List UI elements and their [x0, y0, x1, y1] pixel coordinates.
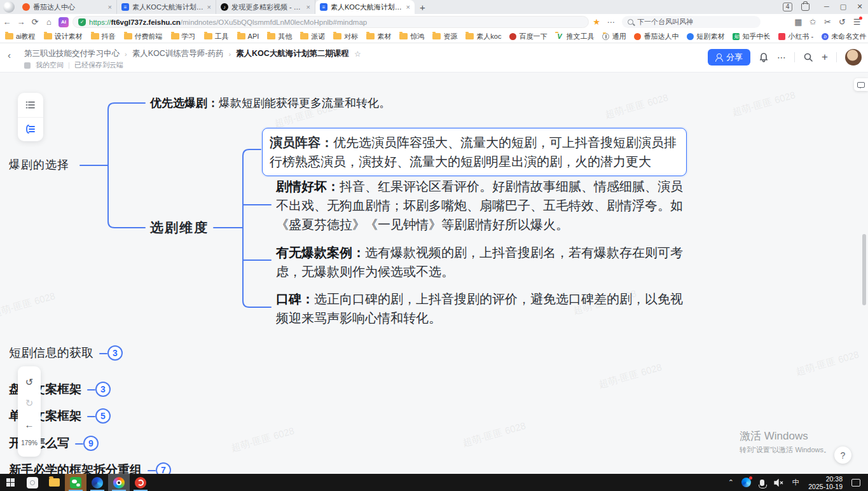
- mindmap-node-selected[interactable]: 演员阵容：优先选演员阵容强大、流量大的短剧，可上抖音搜短剧演员排行榜熟悉演员，演…: [262, 128, 687, 176]
- address-more-icon[interactable]: ⋯: [604, 18, 618, 27]
- bell-icon[interactable]: [759, 52, 769, 62]
- collapsed-count-badge[interactable]: 9: [83, 436, 99, 451]
- tray-expand-icon[interactable]: ⌃: [723, 478, 738, 487]
- close-button[interactable]: ✕: [851, 0, 868, 14]
- bookmark-item[interactable]: 素人koc: [465, 32, 501, 41]
- browser-app-button[interactable]: [108, 474, 130, 491]
- tab-close-icon[interactable]: ×: [108, 3, 112, 11]
- bookmark-item[interactable]: 其他: [267, 32, 292, 41]
- tab-douyin[interactable]: ♪ 发现更多精彩视频 - 抖音搜索 ×: [216, 0, 315, 14]
- taskbar-search-app[interactable]: [22, 474, 43, 491]
- tab-close-icon[interactable]: ×: [406, 3, 410, 11]
- mindmap-node[interactable]: 剧情好坏：抖音、红果评论区看评价。好剧情故事细腻、情感细腻、演员不出戏、无狗血剧…: [276, 177, 685, 234]
- mindmap-node-branch2[interactable]: 选剧维度: [150, 219, 209, 237]
- ai-assistant-icon[interactable]: AI: [59, 17, 69, 27]
- mindmap-collapsed-node[interactable]: 短剧信息的获取 3: [9, 345, 123, 361]
- bookmark-item[interactable]: ai教程: [5, 32, 36, 41]
- bookmark-item[interactable]: 知知乎中长: [733, 32, 770, 41]
- app-market-icon[interactable]: [801, 3, 809, 11]
- notification-center-icon[interactable]: [851, 479, 860, 487]
- bookmark-item[interactable]: API: [237, 32, 259, 40]
- bookmark-item[interactable]: 设计素材: [44, 32, 83, 41]
- help-button[interactable]: ?: [834, 446, 851, 464]
- bookmark-item[interactable]: 素材: [366, 32, 391, 41]
- bookmark-item[interactable]: b未命名文件: [822, 32, 866, 41]
- forward-icon[interactable]: →: [14, 17, 28, 27]
- vertical-scrollbar[interactable]: [862, 234, 866, 305]
- home-icon[interactable]: ⌂: [42, 17, 56, 27]
- history-undo-icon[interactable]: ↺: [835, 17, 850, 27]
- back-to-center-icon[interactable]: ←: [25, 419, 34, 430]
- browser-logo-icon[interactable]: [3, 1, 15, 13]
- favorites-edit-icon[interactable]: ✩: [806, 17, 820, 27]
- comment-button[interactable]: [854, 78, 868, 91]
- tray-browser-icon[interactable]: [741, 478, 751, 487]
- bookmark-item[interactable]: 通用: [602, 32, 626, 41]
- collapsed-count-badge[interactable]: 7: [156, 462, 171, 474]
- address-bar[interactable]: ✓ https://ft6vgl737z.feishu.cn/mindnotes…: [72, 16, 589, 28]
- outline-view-button[interactable]: [18, 93, 43, 117]
- apps-grid-icon[interactable]: ▦: [791, 17, 806, 27]
- tab-count-badge[interactable]: 4: [783, 3, 792, 11]
- clock[interactable]: 20:38 2025-10-19: [808, 475, 843, 490]
- file-explorer-button[interactable]: [43, 474, 65, 491]
- tab-close-icon[interactable]: ×: [307, 3, 310, 11]
- search-box[interactable]: 下一个台风叫风神: [622, 16, 761, 28]
- bookmark-item[interactable]: 惊鸿: [399, 32, 424, 41]
- favorite-star-icon[interactable]: ☆: [354, 50, 361, 59]
- tab-feishu-1[interactable]: ≡ 素人KOC大航海计划第二期课 ×: [117, 0, 216, 14]
- header-search-icon[interactable]: [803, 52, 813, 62]
- bookmark-item[interactable]: 工具: [204, 32, 229, 41]
- user-avatar[interactable]: [845, 49, 862, 66]
- collapsed-count-badge[interactable]: 3: [95, 382, 111, 397]
- bookmark-item[interactable]: 短剧素材: [687, 32, 724, 41]
- bookmark-item[interactable]: 学习: [171, 32, 196, 41]
- bookmark-item[interactable]: 付费前端: [124, 32, 163, 41]
- redo-icon[interactable]: ↻: [25, 398, 34, 409]
- bookmark-item[interactable]: 小红书 -: [778, 32, 813, 41]
- share-button[interactable]: 分享: [708, 49, 750, 66]
- back-icon[interactable]: ←: [0, 17, 14, 27]
- collapsed-count-badge[interactable]: 3: [107, 345, 123, 361]
- bookmark-item[interactable]: 派诺: [300, 32, 325, 41]
- minimize-button[interactable]: ─: [818, 0, 835, 14]
- tab-feishu-active[interactable]: ≡ 素人KOC大航海计划第二期课 ×: [315, 0, 415, 14]
- zoom-level[interactable]: 179%: [21, 439, 38, 446]
- bookmark-item[interactable]: V推文工具: [555, 32, 594, 41]
- mindmap-collapsed-node[interactable]: 新手必学的框架拆分重组 7: [9, 462, 171, 474]
- maximize-button[interactable]: ▢: [835, 0, 851, 14]
- breadcrumb-item[interactable]: 第三职业技能交付学习中心: [24, 48, 120, 59]
- wechat-button[interactable]: [65, 474, 86, 491]
- bookmark-star-icon[interactable]: ★: [589, 17, 604, 27]
- header-more-icon[interactable]: ⋯: [777, 52, 786, 62]
- bookmark-item[interactable]: 番茄达人中: [634, 32, 679, 41]
- new-tab-button[interactable]: +: [420, 2, 425, 13]
- bookmark-item[interactable]: 抖音: [91, 32, 116, 41]
- reload-icon[interactable]: ⟳: [28, 17, 42, 27]
- bookmark-item[interactable]: 资源: [432, 32, 457, 41]
- menu-icon[interactable]: ☰: [850, 17, 864, 27]
- start-button[interactable]: [0, 474, 22, 491]
- mindmap-canvas[interactable]: 超萌-匪匪 6028 超萌-匪匪 6028 超萌-匪匪 6028 超萌-匪匪 6…: [0, 73, 868, 474]
- bookmark-item[interactable]: 对标: [333, 32, 358, 41]
- breadcrumb-item[interactable]: 素人KOC训练营导师-药药: [132, 48, 224, 59]
- mindmap-node-branch1[interactable]: 优先选爆剧：爆款短剧能获得更多流量和转化。: [150, 95, 390, 111]
- microphone-icon[interactable]: [760, 480, 764, 486]
- mindmap-node[interactable]: 口碑：选正向口碑的剧，上抖音搜剧的评价，避免选口碑差的剧，以免视频迎来骂声影响心…: [276, 289, 685, 328]
- tab-fanqie[interactable]: 番茄达人中心 ×: [18, 0, 117, 14]
- screenshot-scissors-icon[interactable]: ✂: [820, 17, 835, 27]
- tab-close-icon[interactable]: ×: [207, 3, 211, 11]
- bookmark-item[interactable]: 百度一下: [509, 32, 547, 41]
- undo-icon[interactable]: ↺: [25, 377, 34, 388]
- mindmap-root-node[interactable]: 爆剧的选择: [9, 157, 69, 172]
- mindmap-view-button[interactable]: [18, 117, 43, 142]
- ime-indicator[interactable]: 中: [788, 478, 803, 487]
- mindmap-node[interactable]: 有无爆款案例：选有爆款视频的剧，上抖音搜剧名，若有爆款存在则可考虑，无爆款则作为…: [276, 243, 685, 281]
- collapsed-count-badge[interactable]: 5: [95, 408, 111, 424]
- blue-app-button[interactable]: [86, 474, 108, 491]
- space-label[interactable]: 我的空间: [36, 60, 64, 70]
- red-app-button[interactable]: [130, 474, 151, 491]
- volume-muted-icon[interactable]: [774, 479, 784, 487]
- back-chevron-icon[interactable]: ‹: [8, 50, 11, 60]
- create-plus-icon[interactable]: +: [822, 51, 828, 64]
